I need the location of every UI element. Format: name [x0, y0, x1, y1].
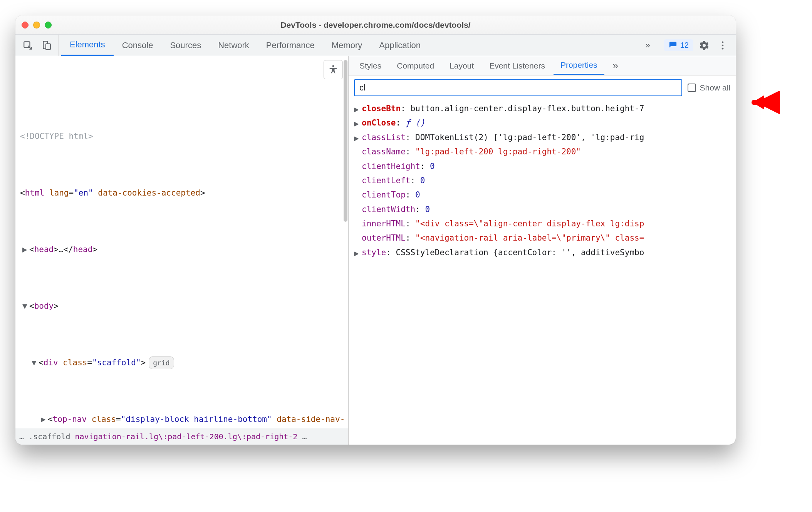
dom-tree[interactable]: <!DOCTYPE html> <html lang="en" data-coo…	[15, 56, 348, 428]
traffic-lights	[22, 22, 68, 28]
subtab-computed[interactable]: Computed	[390, 56, 441, 75]
tab-performance[interactable]: Performance	[258, 35, 323, 56]
svg-marker-7	[752, 95, 764, 109]
tab-memory[interactable]: Memory	[323, 35, 371, 56]
property-style[interactable]: ▶style: CSSStyleDeclaration {accentColor…	[354, 246, 736, 260]
close-window-icon[interactable]	[22, 22, 29, 28]
properties-filter-bar: Show all	[349, 75, 736, 100]
subtab-layout[interactable]: Layout	[443, 56, 481, 75]
property-outerHTML[interactable]: outerHTML: "<navigation-rail aria-label=…	[354, 231, 736, 245]
kebab-menu-icon[interactable]	[715, 38, 730, 53]
doctype-line: <!DOCTYPE html>	[20, 129, 348, 144]
devtools-window: DevTools - developer.chrome.com/docs/dev…	[15, 15, 736, 445]
property-className[interactable]: className: "lg:pad-left-200 lg:pad-right…	[354, 145, 736, 159]
annotation-arrow-icon	[750, 91, 781, 114]
elements-panel: <!DOCTYPE html> <html lang="en" data-coo…	[15, 56, 349, 445]
tab-elements[interactable]: Elements	[61, 35, 114, 56]
properties-filter-input[interactable]	[354, 79, 682, 96]
svg-point-5	[722, 47, 724, 49]
property-innerHTML[interactable]: innerHTML: "<div class=\"align-center di…	[354, 217, 736, 231]
svg-rect-2	[46, 44, 50, 49]
subtab-styles[interactable]: Styles	[352, 56, 388, 75]
breadcrumb-scaffold[interactable]: .scaffold	[29, 432, 70, 441]
property-classList[interactable]: ▶classList: DOMTokenList(2) ['lg:pad-lef…	[354, 131, 736, 145]
scrollbar[interactable]	[343, 56, 348, 295]
svg-point-4	[722, 44, 724, 46]
property-onClose[interactable]: ▶onClose: ƒ ()	[354, 116, 736, 130]
breadcrumb[interactable]: … .scaffold navigation-rail.lg\:pad-left…	[15, 428, 348, 445]
zoom-window-icon[interactable]	[45, 22, 52, 28]
property-clientTop[interactable]: clientTop: 0	[354, 188, 736, 202]
show-all-checkbox[interactable]	[688, 84, 696, 92]
body-line: ▼<body>	[20, 299, 348, 313]
properties-list[interactable]: ▶closeBtn: button.align-center.display-f…	[349, 100, 736, 445]
issues-count: 12	[680, 41, 689, 50]
scaffold-line: ▼<div class="scaffold">grid	[20, 356, 348, 370]
breadcrumb-selected[interactable]: navigation-rail.lg\:pad-left-200.lg\:pad…	[75, 432, 297, 441]
more-tabs-button[interactable]: »	[637, 35, 659, 56]
subtab-more[interactable]: »	[606, 56, 625, 75]
property-clientWidth[interactable]: clientWidth: 0	[354, 202, 736, 217]
more-tabs-glyph: »	[646, 40, 650, 50]
breadcrumb-dots-left: …	[19, 432, 24, 441]
tab-console[interactable]: Console	[114, 35, 162, 56]
settings-gear-icon[interactable]	[696, 38, 712, 53]
panel-tabs: ElementsConsoleSourcesNetworkPerformance…	[59, 35, 637, 56]
subtab-event-listeners[interactable]: Event Listeners	[482, 56, 552, 75]
property-clientLeft[interactable]: clientLeft: 0	[354, 174, 736, 188]
main-toolbar: ElementsConsoleSourcesNetworkPerformance…	[15, 35, 736, 56]
device-toolbar-icon[interactable]	[38, 37, 55, 54]
show-all-toggle[interactable]: Show all	[688, 83, 730, 92]
accessibility-tree-icon[interactable]	[324, 60, 343, 79]
titlebar: DevTools - developer.chrome.com/docs/dev…	[15, 15, 736, 35]
svg-point-3	[722, 41, 724, 43]
property-closeBtn[interactable]: ▶closeBtn: button.align-center.display-f…	[354, 102, 736, 116]
tab-sources[interactable]: Sources	[161, 35, 210, 56]
tab-network[interactable]: Network	[210, 35, 258, 56]
html-open-line: <html lang="en" data-cookies-accepted>	[20, 186, 348, 200]
minimize-window-icon[interactable]	[33, 22, 40, 28]
breadcrumb-dots-right: …	[302, 432, 307, 441]
inspect-element-icon[interactable]	[19, 37, 36, 54]
property-clientHeight[interactable]: clientHeight: 0	[354, 159, 736, 174]
svg-point-6	[332, 65, 334, 67]
issues-counter[interactable]: 12	[664, 39, 693, 51]
subtab-properties[interactable]: Properties	[554, 56, 604, 75]
head-line: ▶<head>…</head>	[20, 243, 348, 257]
sidebar-panel: StylesComputedLayoutEvent ListenersPrope…	[349, 56, 736, 445]
show-all-label: Show all	[700, 83, 730, 92]
sidebar-tabs: StylesComputedLayoutEvent ListenersPrope…	[349, 56, 736, 75]
tab-application[interactable]: Application	[371, 35, 429, 56]
topnav-line: ▶<top-nav class="display-block hairline-…	[20, 412, 348, 428]
window-title: DevTools - developer.chrome.com/docs/dev…	[68, 20, 683, 30]
